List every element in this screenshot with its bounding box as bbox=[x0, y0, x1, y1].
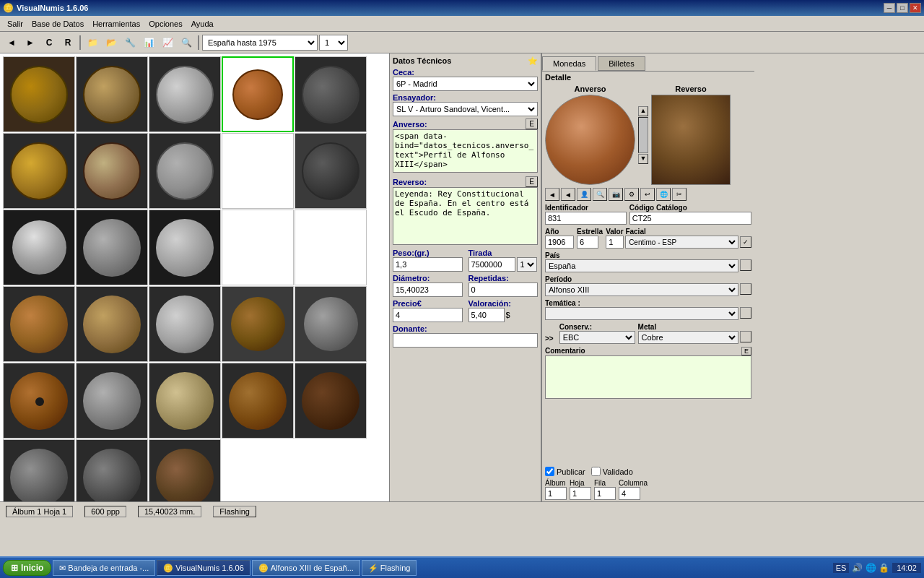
coin-4-selected[interactable] bbox=[222, 56, 294, 132]
periodo-extra-btn[interactable] bbox=[740, 283, 751, 295]
coin-7[interactable] bbox=[76, 133, 148, 209]
toolbar-r-btn[interactable]: R bbox=[59, 35, 77, 51]
anverso-image[interactable] bbox=[545, 95, 635, 185]
img-btn9[interactable]: ✂ bbox=[672, 188, 687, 201]
taskbar-item-0[interactable]: ✉ Bandeja de entrada -... bbox=[53, 560, 155, 576]
repetidas-input[interactable] bbox=[468, 282, 539, 297]
coin-3[interactable] bbox=[149, 56, 221, 132]
toolbar-forward-btn[interactable]: ► bbox=[22, 35, 39, 51]
tematica-select[interactable] bbox=[545, 307, 738, 320]
coin-1[interactable] bbox=[3, 56, 75, 132]
taskbar-item-2[interactable]: 🪙 Alfonso XIII de Españ... bbox=[252, 560, 360, 576]
valor-facial-input[interactable] bbox=[606, 236, 624, 249]
validado-checkbox[interactable] bbox=[591, 467, 601, 476]
collection-dropdown[interactable]: España hasta 1975 bbox=[202, 35, 318, 51]
taskbar-item-3[interactable]: ⚡ Flashing bbox=[362, 560, 417, 576]
metal-select[interactable]: Cobre bbox=[638, 331, 738, 344]
coin-27[interactable] bbox=[3, 439, 75, 501]
fila-input[interactable] bbox=[594, 487, 616, 500]
estrella-input[interactable] bbox=[577, 236, 598, 249]
img-btn3[interactable]: 👤 bbox=[577, 188, 591, 201]
tirada-num-select[interactable]: 1 bbox=[517, 257, 537, 272]
toolbar-btn9[interactable]: 📈 bbox=[159, 35, 176, 51]
minimize-button[interactable]: ─ bbox=[884, 3, 895, 13]
anno-input[interactable] bbox=[545, 236, 574, 249]
diametro-input[interactable] bbox=[393, 282, 463, 297]
periodo-select[interactable]: Alfonso XIII bbox=[545, 283, 738, 296]
reverso-image[interactable] bbox=[651, 95, 731, 185]
coin-11[interactable] bbox=[3, 210, 75, 285]
toolbar-btn10[interactable]: 🔍 bbox=[178, 35, 195, 51]
coin-21[interactable] bbox=[3, 363, 75, 439]
coin-2[interactable] bbox=[76, 56, 148, 132]
hoja-input[interactable] bbox=[570, 487, 591, 500]
scroll-up-btn[interactable]: ▲ bbox=[638, 106, 648, 116]
img-btn5[interactable]: 📷 bbox=[609, 188, 623, 201]
comentario-e-btn[interactable]: E bbox=[741, 347, 751, 355]
flashing-button[interactable]: Flashing bbox=[213, 506, 256, 517]
toolbar-refresh-btn[interactable]: C bbox=[40, 35, 58, 51]
coin-17[interactable] bbox=[76, 286, 148, 362]
reverso-textarea[interactable]: Leyenda: Rey Constitucional de España. E… bbox=[393, 187, 538, 245]
album-input[interactable] bbox=[545, 487, 567, 500]
publicar-checkbox[interactable] bbox=[545, 467, 554, 476]
pais-flag-btn[interactable] bbox=[740, 259, 751, 271]
tab-billetes[interactable]: Billetes bbox=[598, 56, 645, 71]
coin-22[interactable] bbox=[76, 363, 148, 439]
precio-input[interactable] bbox=[393, 308, 463, 322]
menu-base-datos[interactable]: Base de Datos bbox=[27, 18, 88, 30]
toolbar-btn8[interactable]: 📊 bbox=[140, 35, 157, 51]
start-button[interactable]: ⊞ Inicio bbox=[3, 560, 51, 576]
coin-9-empty[interactable] bbox=[222, 133, 294, 209]
tirada-input[interactable] bbox=[468, 257, 515, 272]
comentario-textarea[interactable] bbox=[545, 355, 751, 399]
identificador-input[interactable] bbox=[545, 212, 627, 225]
close-button[interactable]: ✕ bbox=[910, 3, 921, 13]
valor-check-btn[interactable]: ✓ bbox=[740, 236, 751, 248]
reverso-e-btn[interactable]: E bbox=[526, 176, 538, 187]
toolbar-back-btn[interactable]: ◄ bbox=[3, 35, 20, 51]
ensayador-select[interactable]: SL V - Arturo Sandoval, Vicent... bbox=[393, 102, 538, 116]
menu-ayuda[interactable]: Ayuda bbox=[187, 18, 218, 30]
coin-16[interactable] bbox=[3, 286, 75, 362]
menu-opciones[interactable]: Opciones bbox=[144, 18, 186, 30]
titlebar-buttons[interactable]: ─ □ ✕ bbox=[884, 3, 921, 13]
valoracion-input[interactable] bbox=[468, 308, 505, 322]
coin-13[interactable] bbox=[149, 210, 221, 285]
img-btn4[interactable]: 🔍 bbox=[593, 188, 607, 201]
toolbar-btn5[interactable]: 📁 bbox=[84, 35, 101, 51]
coin-10[interactable] bbox=[295, 133, 367, 209]
img-btn6[interactable]: ⚙ bbox=[624, 188, 639, 201]
coin-24[interactable] bbox=[222, 363, 294, 439]
tab-monedas[interactable]: Monedas bbox=[542, 56, 596, 71]
donante-input[interactable] bbox=[393, 333, 538, 348]
coin-19[interactable] bbox=[222, 286, 294, 362]
maximize-button[interactable]: □ bbox=[897, 3, 908, 13]
peso-input[interactable] bbox=[393, 257, 463, 272]
datos-star-btn[interactable]: ⭐ bbox=[528, 56, 538, 66]
scroll-down-btn[interactable]: ▼ bbox=[638, 154, 648, 164]
toolbar-btn7[interactable]: 🔧 bbox=[121, 35, 139, 51]
coin-5[interactable] bbox=[295, 56, 367, 132]
valor-facial-unit-select[interactable]: Centimo - ESP bbox=[625, 236, 738, 249]
img-btn8[interactable]: 🌐 bbox=[656, 188, 671, 201]
toolbar-btn6[interactable]: 📂 bbox=[103, 35, 120, 51]
ceca-select[interactable]: 6P - Madrid bbox=[393, 77, 538, 91]
img-btn1[interactable]: ◄ bbox=[545, 188, 559, 201]
conserv-select[interactable]: EBC bbox=[559, 331, 635, 344]
coin-8[interactable] bbox=[149, 133, 221, 209]
menu-salir[interactable]: Salir bbox=[3, 18, 27, 30]
img-btn2[interactable]: ◄ bbox=[561, 188, 575, 201]
anverso-textarea[interactable]: <span data-bind="datos_tecnicos.anverso_… bbox=[393, 129, 538, 173]
columna-input[interactable] bbox=[619, 487, 640, 500]
anverso-e-btn[interactable]: E bbox=[526, 118, 538, 129]
coin-18[interactable] bbox=[149, 286, 221, 362]
coin-15-empty[interactable] bbox=[295, 210, 367, 285]
coin-20[interactable] bbox=[295, 286, 367, 362]
coin-29[interactable] bbox=[149, 439, 221, 501]
metal-extra-btn[interactable] bbox=[740, 331, 751, 342]
img-btn7[interactable]: ↩ bbox=[640, 188, 655, 201]
pais-select[interactable]: España bbox=[545, 259, 738, 272]
taskbar-item-1[interactable]: 🪙 VisualNumis 1.6.06 bbox=[157, 560, 250, 576]
coin-12[interactable] bbox=[76, 210, 148, 285]
